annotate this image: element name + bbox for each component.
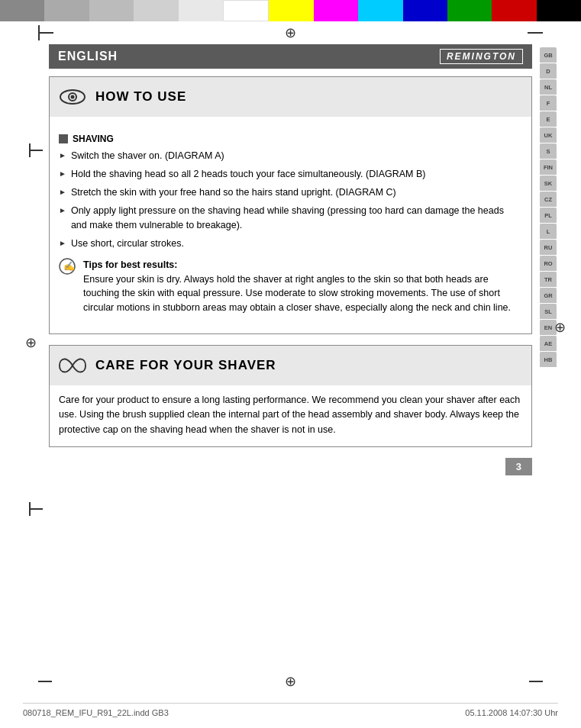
tab-S: S (540, 143, 557, 159)
color-magenta (314, 0, 358, 21)
how-to-use-title: HOW TO USE (95, 89, 186, 105)
tab-CZ: CZ (540, 192, 557, 207)
crosshair-top (283, 25, 299, 40)
tips-content: Tips for best results: Ensure your skin … (83, 258, 522, 315)
footer-left: 080718_REM_IFU_R91_22L.indd GB3 (23, 708, 169, 717)
tips-section: ✍ Tips for best results: Ensure your ski… (59, 258, 522, 315)
eye-icon (59, 83, 86, 111)
right-tabs-column: GB D NL F E UK S FIN SK CZ PL L RU RO TR… (540, 44, 560, 475)
color-blue (403, 0, 447, 21)
bullet-arrow-5: ► (59, 238, 66, 250)
color-gray-lightest (179, 0, 223, 21)
tips-body: Ensure your skin is dry. Always hold the… (83, 274, 511, 314)
brand-logo: REMINGTON (440, 49, 523, 64)
bullet-item-5: ► Use short, circular strokes. (59, 237, 522, 250)
bullet-text-2: Hold the shaving head so all 2 heads tou… (71, 167, 426, 181)
color-black (537, 0, 581, 21)
bottom-footer: 080718_REM_IFU_R91_22L.indd GB3 05.11.20… (23, 703, 558, 717)
tab-SL: SL (540, 304, 557, 319)
care-title: CARE FOR YOUR SHAVER (95, 358, 276, 373)
tab-TR: TR (540, 272, 557, 287)
tab-RU: RU (540, 240, 557, 255)
care-body: Care for your product to ensure a long l… (50, 385, 531, 446)
tab-AE: AE (540, 336, 557, 351)
bullet-arrow-1: ► (59, 150, 66, 162)
tab-RO: RO (540, 256, 557, 271)
tab-HB: HB (540, 352, 557, 367)
bullet-arrow-4: ► (59, 205, 66, 217)
tab-FIN: FIN (540, 159, 557, 175)
page-number: 3 (505, 458, 532, 475)
tips-icon: ✍ (59, 258, 76, 279)
how-to-use-section: HOW TO USE SHAVING ► Switch the shaver o… (49, 76, 532, 334)
tab-E: E (540, 111, 557, 127)
color-white (223, 0, 269, 21)
left-margin: ⊕ (21, 44, 49, 475)
bullet-text-5: Use short, circular strokes. (71, 237, 184, 250)
header-band: ENGLISH REMINGTON (49, 44, 532, 69)
tab-D: D (540, 63, 557, 79)
color-cyan (358, 0, 402, 21)
crosshair-right: ⊕ (554, 319, 566, 336)
bullet-arrow-2: ► (59, 169, 66, 180)
bullet-arrow-3: ► (59, 187, 66, 198)
color-yellow (269, 0, 313, 21)
bullet-text-1: Switch the shaver on. (DIAGRAM A) (71, 149, 224, 163)
content-area: ENGLISH REMINGTON HOW TO USE (49, 44, 540, 475)
color-bar (0, 0, 581, 21)
color-gray-dark (0, 0, 44, 21)
care-header: CARE FOR YOUR SHAVER (50, 346, 531, 385)
color-green (447, 0, 492, 21)
tab-PL: PL (540, 208, 557, 223)
how-to-use-header: HOW TO USE (50, 77, 531, 117)
bullet-text-3: Stretch the skin with your free hand so … (71, 185, 396, 199)
color-gray-lighter (134, 0, 178, 21)
tab-GB: GB (540, 47, 557, 63)
tab-UK: UK (540, 127, 557, 143)
tab-L: L (540, 224, 557, 239)
crosshair-bottom (283, 674, 299, 689)
shaving-bullets: ► Switch the shaver on. (DIAGRAM A) ► Ho… (59, 149, 522, 250)
care-section: CARE FOR YOUR SHAVER Care for your produ… (49, 345, 532, 447)
color-gray-medium (44, 0, 89, 21)
color-gray-light (89, 0, 134, 21)
reg-marks-top (0, 21, 581, 44)
how-to-use-content: SHAVING ► Switch the shaver on. (DIAGRAM… (50, 117, 531, 333)
page-number-area: 3 (49, 458, 532, 475)
color-red (492, 0, 536, 21)
bullet-item-1: ► Switch the shaver on. (DIAGRAM A) (59, 149, 522, 163)
tab-NL: NL (540, 79, 557, 95)
reg-marks-bottom (0, 670, 581, 693)
bullet-text-4: Only apply light pressure on the shaving… (71, 204, 522, 231)
footer-right: 05.11.2008 14:07:30 Uhr (465, 708, 558, 717)
svg-point-2 (71, 95, 75, 99)
shaving-header: SHAVING (59, 134, 522, 144)
care-text: Care for your product to ensure a long l… (59, 395, 520, 435)
bullet-item-2: ► Hold the shaving head so all 2 heads t… (59, 167, 522, 181)
tab-SK: SK (540, 176, 557, 191)
bullet-item-3: ► Stretch the skin with your free hand s… (59, 185, 522, 199)
tab-F: F (540, 95, 557, 111)
tips-title: Tips for best results: (83, 259, 177, 270)
infinity-icon (59, 352, 86, 379)
language-label: ENGLISH (58, 50, 118, 63)
tab-GR: GR (540, 288, 557, 303)
bullet-item-4: ► Only apply light pressure on the shavi… (59, 204, 522, 231)
svg-text:✍: ✍ (63, 260, 75, 272)
